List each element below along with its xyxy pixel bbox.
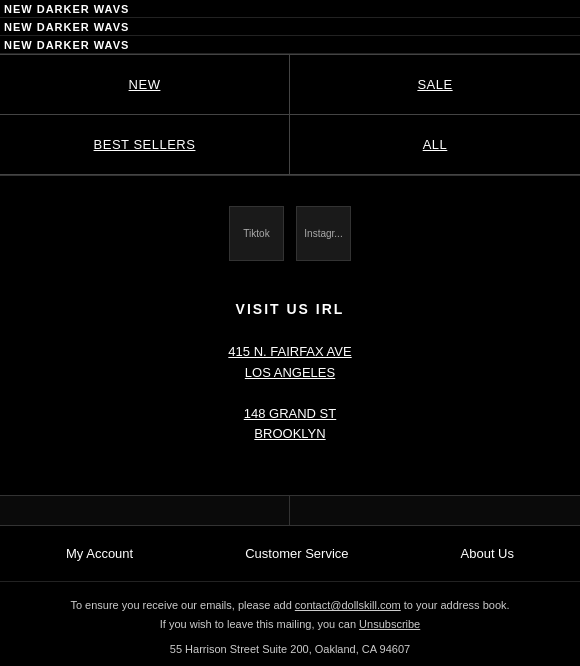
disclaimer-unsubscribe-line: If you wish to leave this mailing, you c… <box>20 615 560 634</box>
nav-link-sale[interactable]: SALE <box>417 77 452 92</box>
unsubscribe-link[interactable]: Unsubscribe <box>359 618 420 630</box>
disclaimer-part2: to your address book. <box>401 599 510 611</box>
banner-text-3: NEW DARKER WAVS <box>4 39 129 51</box>
nav-cell-new[interactable]: NEW <box>0 55 290 115</box>
social-section: Tiktok Instagr... <box>0 175 580 281</box>
banner-item-1: NEW DARKER WAVS <box>0 0 580 18</box>
bottom-img-right <box>290 496 580 525</box>
address-la-line2[interactable]: LOS ANGELES <box>20 363 560 384</box>
visit-title: VISIT US IRL <box>20 301 560 317</box>
visit-section: VISIT US IRL 415 N. FAIRFAX AVE LOS ANGE… <box>0 281 580 495</box>
disclaimer-text: To ensure you receive our emails, please… <box>20 596 560 615</box>
address-la-line1[interactable]: 415 N. FAIRFAX AVE <box>20 342 560 363</box>
banner-section: NEW DARKER WAVS NEW DARKER WAVS NEW DARK… <box>0 0 580 54</box>
nav-link-best-sellers[interactable]: BEST SELLERS <box>94 137 196 152</box>
footer-address: 55 Harrison Street Suite 200, Oakland, C… <box>20 640 560 659</box>
nav-grid: NEW SALE BEST SELLERS ALL <box>0 54 580 175</box>
disclaimer-part3: If you wish to leave this mailing, you c… <box>160 618 359 630</box>
address-block-bk: 148 GRAND ST BROOKLYN <box>20 404 560 446</box>
bottom-img-left <box>0 496 290 525</box>
nav-cell-sale[interactable]: SALE <box>290 55 580 115</box>
banner-item-2: NEW DARKER WAVS <box>0 18 580 36</box>
footer-customer-service[interactable]: Customer Service <box>245 546 348 561</box>
banner-text-2: NEW DARKER WAVS <box>4 21 129 33</box>
nav-link-all[interactable]: ALL <box>423 137 448 152</box>
address-block-la: 415 N. FAIRFAX AVE LOS ANGELES <box>20 342 560 384</box>
banner-item-3: NEW DARKER WAVS <box>0 36 580 54</box>
disclaimer-part1: To ensure you receive our emails, please… <box>70 599 294 611</box>
bottom-images <box>0 495 580 525</box>
instagram-icon[interactable]: Instagr... <box>296 206 351 261</box>
footer-my-account[interactable]: My Account <box>66 546 133 561</box>
nav-cell-all[interactable]: ALL <box>290 115 580 175</box>
tiktok-icon[interactable]: Tiktok <box>229 206 284 261</box>
disclaimer-email[interactable]: contact@dollskill.com <box>295 599 401 611</box>
nav-cell-best-sellers[interactable]: BEST SELLERS <box>0 115 290 175</box>
address-bk-line1[interactable]: 148 GRAND ST <box>20 404 560 425</box>
footer-disclaimer: To ensure you receive our emails, please… <box>0 581 580 666</box>
nav-link-new[interactable]: NEW <box>129 77 161 92</box>
banner-text-1: NEW DARKER WAVS <box>4 3 129 15</box>
footer-nav: My Account Customer Service About Us <box>0 525 580 581</box>
address-bk-line2[interactable]: BROOKLYN <box>20 424 560 445</box>
footer-about-us[interactable]: About Us <box>461 546 514 561</box>
